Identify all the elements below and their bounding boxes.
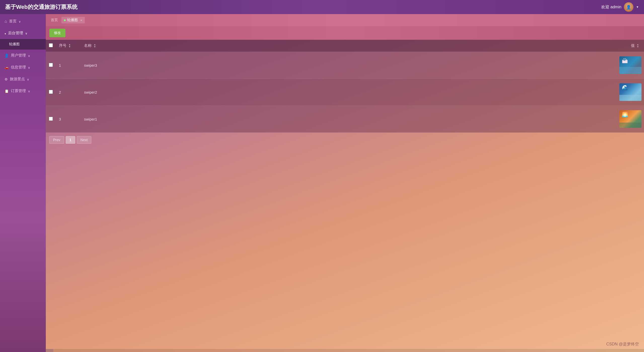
welcome-text: 欢迎 admin	[601, 5, 621, 10]
info-icon	[5, 65, 9, 69]
sidebar-item-backend[interactable]: 后台管理	[0, 27, 46, 39]
row-value-1	[157, 52, 644, 79]
header-seq: 序号 ▲▼	[56, 40, 81, 52]
row-value-2	[157, 79, 644, 106]
chevron-down-icon	[28, 89, 30, 93]
scenic-icon	[5, 77, 8, 81]
header-name: 名称 ▲▼	[81, 40, 157, 52]
sort-arrows-value[interactable]: ▲▼	[637, 44, 639, 48]
app-title: 基于Web的交通旅游订票系统	[5, 3, 78, 11]
sidebar-item-home[interactable]: 首页	[0, 15, 46, 27]
carousel-table: 序号 ▲▼ 名称 ▲▼ 值 ▲▼	[46, 40, 644, 133]
chevron-down-icon	[27, 77, 29, 81]
sidebar-backend-submenu: 轮播图	[0, 39, 46, 50]
sidebar-item-ticket[interactable]: 订票管理	[0, 85, 46, 97]
prev-button[interactable]: Prev	[49, 136, 64, 144]
table-row: 2 swiper2	[46, 79, 644, 106]
tab-active-dot	[64, 19, 66, 21]
row-name-1: swiper3	[81, 52, 157, 79]
sidebar-home-label: 首页	[9, 19, 17, 24]
scrollbar-thumb[interactable]	[46, 349, 53, 352]
avatar-image: 👤	[624, 2, 633, 12]
sidebar-ticket-label: 订票管理	[11, 89, 26, 93]
row-seq-1: 1	[56, 52, 81, 79]
chevron-down-icon	[28, 65, 30, 69]
thumbnail-1	[619, 56, 641, 74]
chevron-down-icon	[25, 31, 27, 35]
row-checkbox-2[interactable]	[49, 90, 53, 94]
thumbnail-2	[619, 83, 641, 101]
toolbar: 修改	[46, 26, 644, 40]
row-name-2: swiper2	[81, 79, 157, 106]
header: 基于Web的交通旅游订票系统 欢迎 admin 👤 ▼	[0, 0, 644, 14]
row-checkbox-cell-1	[46, 52, 56, 79]
avatar: 👤	[624, 2, 633, 12]
home-icon	[5, 19, 7, 24]
pagination: Prev 1 Next	[46, 133, 644, 147]
carousel-label: 轮播图	[9, 42, 20, 47]
next-button[interactable]: Next	[77, 136, 92, 144]
main-content: 首页 轮播图 × 修改	[46, 14, 644, 352]
select-all-checkbox[interactable]	[49, 43, 53, 47]
row-seq-2: 2	[56, 79, 81, 106]
row-name-3: swiper1	[81, 106, 157, 133]
page-1-button[interactable]: 1	[66, 136, 75, 144]
sidebar-backend-label: 后台管理	[8, 31, 23, 35]
content-area: 序号 ▲▼ 名称 ▲▼ 值 ▲▼	[46, 40, 644, 352]
user-menu[interactable]: 欢迎 admin 👤 ▼	[601, 2, 639, 12]
table-row: 1 swiper3	[46, 52, 644, 79]
main-layout: 首页 后台管理 轮播图 用户管理 信息管理 旅游景点	[0, 14, 644, 352]
table-container: 序号 ▲▼ 名称 ▲▼ 值 ▲▼	[46, 40, 644, 133]
watermark: CSDN @是梦终空	[606, 342, 639, 347]
ticket-icon	[5, 89, 9, 93]
sort-arrows-seq[interactable]: ▲▼	[68, 44, 71, 48]
bottom-scrollbar[interactable]	[46, 349, 644, 352]
sidebar-item-user-management[interactable]: 用户管理	[0, 50, 46, 61]
breadcrumb-home[interactable]: 首页	[49, 17, 60, 23]
row-checkbox-3[interactable]	[49, 117, 53, 121]
row-checkbox-cell-3	[46, 106, 56, 133]
sidebar-item-scenic[interactable]: 旅游景点	[0, 73, 46, 85]
header-value: 值 ▲▼	[157, 40, 644, 52]
close-icon[interactable]: ×	[80, 18, 82, 22]
sidebar-item-carousel[interactable]: 轮播图	[0, 39, 46, 50]
row-seq-3: 3	[56, 106, 81, 133]
header-checkbox-cell	[46, 40, 56, 52]
breadcrumb-bar: 首页 轮播图 ×	[46, 14, 644, 26]
sidebar: 首页 后台管理 轮播图 用户管理 信息管理 旅游景点	[0, 14, 46, 352]
chevron-down-icon	[28, 53, 30, 58]
row-checkbox-1[interactable]	[49, 63, 53, 67]
sort-arrows-name[interactable]: ▲▼	[94, 44, 96, 48]
table-header-row: 序号 ▲▼ 名称 ▲▼ 值 ▲▼	[46, 40, 644, 52]
chevron-down-icon: ▼	[636, 5, 639, 9]
tab-carousel-label: 轮播图	[67, 18, 78, 22]
thumbnail-3	[619, 110, 641, 128]
sidebar-item-info-management[interactable]: 信息管理	[0, 61, 46, 73]
sidebar-info-label: 信息管理	[11, 65, 26, 70]
modify-button[interactable]: 修改	[49, 29, 65, 37]
row-value-3	[157, 106, 644, 133]
sidebar-scenic-label: 旅游景点	[10, 77, 25, 82]
breadcrumb-tab-carousel[interactable]: 轮播图 ×	[61, 17, 85, 23]
chevron-down-icon	[19, 19, 21, 23]
row-checkbox-cell-2	[46, 79, 56, 106]
user-icon	[5, 53, 9, 58]
backend-icon	[5, 31, 6, 35]
sidebar-user-label: 用户管理	[11, 53, 26, 58]
table-row: 3 swiper1	[46, 106, 644, 133]
